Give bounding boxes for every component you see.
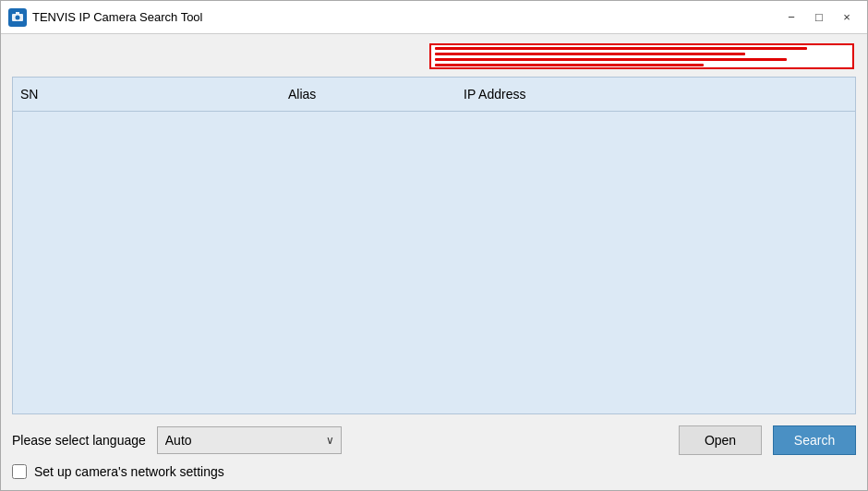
maximize-button[interactable]: □ (806, 7, 832, 28)
table-body (13, 112, 855, 413)
column-header-alias: Alias (288, 87, 464, 102)
ip-line-4 (435, 64, 704, 66)
open-button[interactable]: Open (679, 425, 762, 455)
ip-input-lines (435, 47, 849, 66)
column-header-sn: SN (20, 87, 288, 102)
window-title: TENVIS IP Camera Search Tool (32, 10, 773, 24)
app-icon (8, 8, 27, 27)
top-bar (12, 43, 856, 69)
table-header: SN Alias IP Address (13, 78, 855, 112)
setup-checkbox[interactable] (12, 464, 27, 479)
column-header-ip: IP Address (464, 87, 848, 102)
ip-input-box[interactable] (429, 43, 854, 69)
search-button[interactable]: Search (773, 425, 856, 455)
controls-row: Please select language Auto English Chin… (12, 425, 856, 455)
language-select[interactable]: Auto English Chinese French German Spani… (157, 426, 342, 454)
close-button[interactable]: × (834, 7, 860, 28)
camera-table: SN Alias IP Address (12, 77, 856, 414)
checkbox-label[interactable]: Set up camera's network settings (34, 464, 224, 479)
main-content: SN Alias IP Address Please select langua… (1, 34, 867, 490)
minimize-button[interactable]: − (778, 7, 804, 28)
language-label: Please select language (12, 433, 146, 448)
svg-point-1 (16, 15, 20, 19)
app-window: TENVIS IP Camera Search Tool − □ × SN (0, 0, 868, 491)
ip-line-2 (435, 53, 745, 55)
checkbox-row: Set up camera's network settings (12, 464, 856, 479)
window-controls: − □ × (778, 7, 860, 28)
language-select-wrapper: Auto English Chinese French German Spani… (157, 426, 342, 454)
ip-line-1 (435, 47, 807, 50)
svg-rect-2 (16, 12, 19, 14)
ip-line-3 (435, 58, 787, 61)
bottom-section: Please select language Auto English Chin… (12, 422, 856, 479)
title-bar: TENVIS IP Camera Search Tool − □ × (1, 1, 867, 34)
